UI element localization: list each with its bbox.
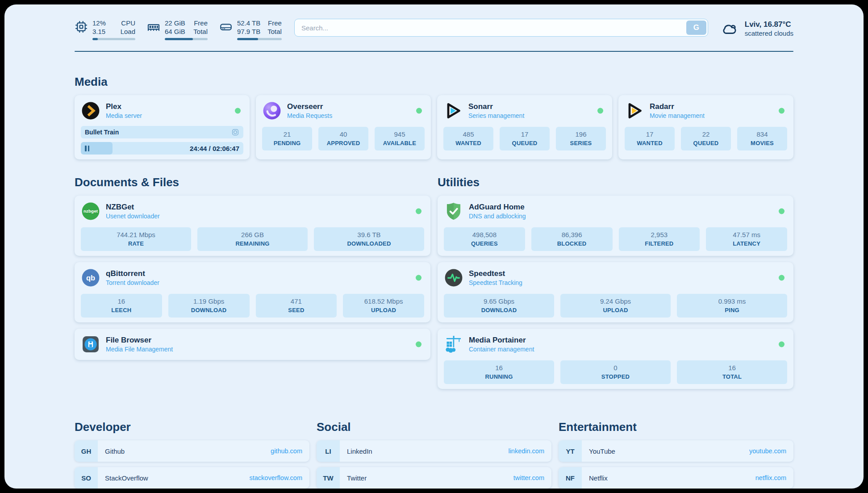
entertainment-section: Entertainment YT YouTube youtube.com NF … xyxy=(559,420,793,489)
top-bar: 12% 3.15 CPU Load xyxy=(4,4,864,40)
weather-widget: Lviv, 16.87°C scattered clouds xyxy=(721,19,793,38)
link-badge: GH xyxy=(75,440,98,462)
playback-time: 24:44 / 02:06:47 xyxy=(190,145,239,152)
playback-progress: 24:44 / 02:06:47 xyxy=(81,142,243,155)
svg-text:nzbget: nzbget xyxy=(83,209,98,213)
status-dot xyxy=(416,209,421,214)
stat-tile: 21 PENDING xyxy=(262,127,312,150)
link-badge: SO xyxy=(75,467,98,489)
link-badge: TW xyxy=(317,467,340,489)
stat-tile: 9.65 Gbps DOWNLOAD xyxy=(444,294,554,318)
app-card-adguard[interactable]: AdGuard Home DNS and adblocking 498,508 … xyxy=(438,196,793,256)
app-title: Sonarr xyxy=(468,102,524,111)
disk-free-label: Free xyxy=(267,19,282,27)
app-title: AdGuard Home xyxy=(469,203,526,212)
stat-tile: 16 LEECH xyxy=(81,294,162,318)
now-playing-title: Bullet Train xyxy=(85,129,119,136)
stat-tile: 266 GB REMAINING xyxy=(197,227,308,251)
stat-tile: 0 STOPPED xyxy=(560,360,671,384)
ram-free-label: Free xyxy=(193,19,208,27)
documents-column: Documents & Files nzbget NZBGet Usenet d… xyxy=(75,159,430,395)
session-icon[interactable] xyxy=(231,128,239,136)
utilities-column: Utilities AdGuard Home DNS and adblockin… xyxy=(438,159,793,395)
app-subtitle: Speedtest Tracking xyxy=(469,279,522,287)
app-title: Speedtest xyxy=(469,269,522,278)
adguard-icon xyxy=(444,201,463,221)
app-card-filebrowser[interactable]: File Browser Media File Management xyxy=(75,329,430,360)
link-row-github[interactable]: GH Github github.com xyxy=(75,440,309,462)
link-name: Github xyxy=(105,447,125,455)
status-dot xyxy=(779,209,785,214)
link-row-netflix[interactable]: NF Netflix netflix.com xyxy=(559,467,793,489)
app-subtitle: Movie management xyxy=(650,112,705,120)
cloud-icon xyxy=(721,21,739,36)
app-subtitle: Media server xyxy=(106,112,142,120)
disk-progress-bar xyxy=(237,38,282,40)
app-card-sonarr[interactable]: Sonarr Series management 485 WANTED 17 Q… xyxy=(437,95,612,159)
stat-tile: 618.52 Mbps UPLOAD xyxy=(343,294,424,318)
stat-tile: 39.6 TB DOWNLOADED xyxy=(314,227,424,251)
app-subtitle: Series management xyxy=(468,112,524,120)
cpu-label: CPU xyxy=(121,19,135,27)
stat-tile: 16 TOTAL xyxy=(677,360,787,384)
link-row-stackoverflow[interactable]: SO StackOverflow stackoverflow.com xyxy=(75,467,309,489)
cpu-load-value: 3.15 xyxy=(92,27,106,36)
app-title: Plex xyxy=(106,102,142,111)
cpu-icon xyxy=(75,20,88,33)
app-subtitle: Media Requests xyxy=(287,112,332,120)
header-divider xyxy=(75,51,793,52)
search-engine-button[interactable]: G xyxy=(686,21,706,35)
stat-tile: 40 APPROVED xyxy=(318,127,368,150)
social-section: Social LI LinkedIn linkedin.com TW Twitt… xyxy=(317,420,551,489)
app-subtitle: Usenet downloader xyxy=(106,213,160,220)
stat-tile: 47.57 ms LATENCY xyxy=(706,227,787,251)
cpu-load-label: Load xyxy=(121,27,135,36)
link-row-youtube[interactable]: YT YouTube youtube.com xyxy=(559,440,793,462)
link-url: youtube.com xyxy=(749,447,786,455)
section-title-developer: Developer xyxy=(75,420,309,434)
ram-metric: 22 GiB 64 GiB Free Total xyxy=(147,19,208,40)
link-name: YouTube xyxy=(589,447,615,455)
stat-tile: 498,508 QUERIES xyxy=(444,227,525,251)
section-title-social: Social xyxy=(317,420,551,434)
qbittorrent-icon: qb xyxy=(81,268,100,288)
section-title-media: Media xyxy=(75,75,793,89)
app-title: NZBGet xyxy=(106,203,160,212)
stat-tile: 2,953 FILTERED xyxy=(619,227,700,251)
filebrowser-icon xyxy=(81,334,100,354)
status-dot xyxy=(779,108,785,114)
app-card-portainer[interactable]: Media Portainer Container management 16 … xyxy=(438,329,793,389)
ram-free-value: 22 GiB xyxy=(165,19,185,27)
status-dot xyxy=(416,342,421,347)
app-card-radarr[interactable]: Radarr Movie management 17 WANTED 22 QUE… xyxy=(618,95,793,159)
system-metrics: 12% 3.15 CPU Load xyxy=(75,19,282,40)
stat-tile: 17 QUEUED xyxy=(500,127,550,150)
disk-metric: 52.4 TB 97.9 TB Free Total xyxy=(219,19,282,40)
portainer-icon xyxy=(444,334,463,354)
status-dot xyxy=(416,108,422,114)
app-subtitle: Container management xyxy=(469,346,534,353)
weather-condition: scattered clouds xyxy=(745,29,793,38)
stat-tile: 471 SEED xyxy=(256,294,337,318)
search-input[interactable] xyxy=(294,19,708,37)
dashboard-page: 12% 3.15 CPU Load xyxy=(4,4,864,489)
stat-tile: 744.21 Mbps RATE xyxy=(81,227,191,251)
app-card-qbittorrent[interactable]: qb qBittorrent Torrent downloader 16 LEE… xyxy=(75,262,430,322)
media-cards-row: Plex Media server Bullet Train xyxy=(75,95,793,159)
app-title: Radarr xyxy=(650,102,705,111)
app-card-plex[interactable]: Plex Media server Bullet Train xyxy=(75,95,250,159)
link-row-twitter[interactable]: TW Twitter twitter.com xyxy=(317,467,551,489)
ram-total-value: 64 GiB xyxy=(165,27,185,36)
app-card-nzbget[interactable]: nzbget NZBGet Usenet downloader 744.21 M… xyxy=(75,196,430,256)
speedtest-icon xyxy=(444,268,463,288)
link-name: StackOverflow xyxy=(105,474,148,482)
app-card-overseerr[interactable]: Overseerr Media Requests 21 PENDING 40 A… xyxy=(256,95,431,159)
app-card-speedtest[interactable]: Speedtest Speedtest Tracking 9.65 Gbps D… xyxy=(438,262,793,322)
stat-tile: 196 SERIES xyxy=(556,127,606,150)
link-name: Twitter xyxy=(347,474,367,482)
status-dot xyxy=(779,342,785,347)
stat-tile: 86,396 BLOCKED xyxy=(531,227,613,251)
link-row-linkedin[interactable]: LI LinkedIn linkedin.com xyxy=(317,440,551,462)
app-title: Overseerr xyxy=(287,102,332,111)
ram-total-label: Total xyxy=(193,27,208,36)
